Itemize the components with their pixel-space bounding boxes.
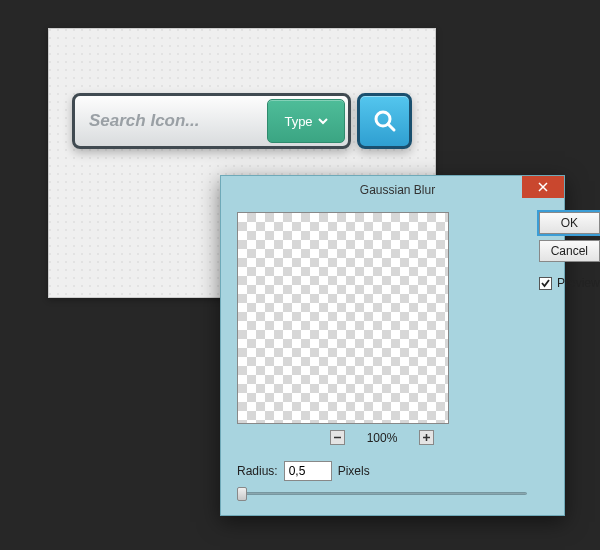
radius-row: Radius: Pixels <box>237 461 527 481</box>
radius-input[interactable] <box>284 461 332 481</box>
titlebar[interactable]: Gaussian Blur <box>221 176 564 204</box>
plus-icon <box>422 433 431 442</box>
dialog-body: 100% Radius: Pixels OK Cancel <box>221 204 564 515</box>
radius-unit: Pixels <box>338 464 370 478</box>
zoom-controls: 100% <box>237 430 527 445</box>
search-input[interactable]: Search Icon... <box>75 96 264 146</box>
zoom-out-button[interactable] <box>330 430 345 445</box>
type-label: Type <box>284 114 312 129</box>
ok-button[interactable]: OK <box>539 212 600 234</box>
button-column: OK Cancel Preview <box>539 212 600 501</box>
minus-icon <box>333 433 342 442</box>
cancel-button[interactable]: Cancel <box>539 240 600 262</box>
search-box: Search Icon... Type <box>72 93 351 149</box>
preview-label: Preview <box>557 276 600 290</box>
preview-area[interactable] <box>237 212 449 424</box>
preview-column: 100% Radius: Pixels <box>237 212 527 501</box>
preview-checkbox[interactable] <box>539 277 552 290</box>
zoom-value: 100% <box>367 431 398 445</box>
close-button[interactable] <box>522 176 564 198</box>
close-icon <box>538 182 548 192</box>
search-icon <box>372 108 398 134</box>
dialog-title: Gaussian Blur <box>231 183 564 197</box>
preview-checkbox-row: Preview <box>539 276 600 290</box>
gaussian-blur-dialog: Gaussian Blur 100% Radius: Pixels <box>220 175 565 516</box>
check-icon <box>540 278 551 289</box>
radius-label: Radius: <box>237 464 278 478</box>
radius-slider[interactable] <box>237 487 527 501</box>
zoom-in-button[interactable] <box>419 430 434 445</box>
chevron-down-icon <box>318 116 328 126</box>
type-dropdown[interactable]: Type <box>267 99 345 143</box>
search-button[interactable] <box>357 93 412 149</box>
slider-thumb[interactable] <box>237 487 247 501</box>
svg-line-1 <box>388 124 394 130</box>
slider-track <box>237 492 527 495</box>
search-bar: Search Icon... Type <box>72 93 412 149</box>
